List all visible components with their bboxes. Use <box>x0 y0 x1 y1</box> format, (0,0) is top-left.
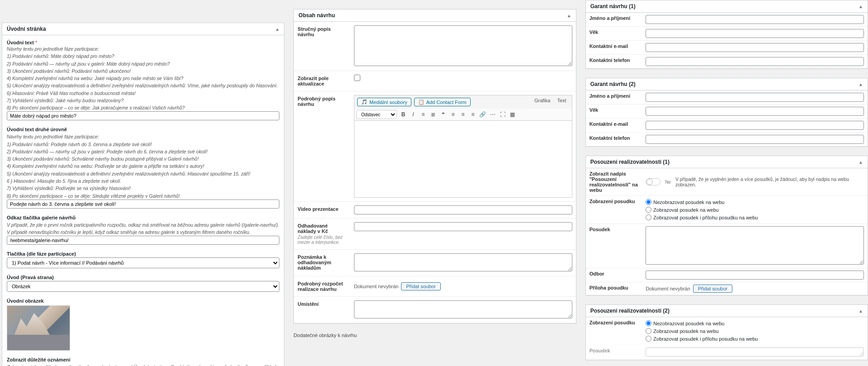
guarantor2-name-input[interactable] <box>646 93 864 102</box>
add-file-button[interactable]: Přidat soubor <box>693 285 732 293</box>
field-label: Kontaktní telefon <box>586 133 642 146</box>
field-label: Posudek <box>586 224 642 268</box>
field-label: Úvod (Pravá strana) <box>7 275 279 280</box>
panel-toggle[interactable]: ▲ <box>859 160 863 165</box>
intro-text2-input[interactable] <box>7 200 279 209</box>
panel-title: Posouzení realizovatelnosti (1) <box>590 159 670 165</box>
add-contact-form-button[interactable]: 📋Add Contact Form <box>414 98 471 106</box>
align-center-icon[interactable]: ≡ <box>459 111 467 118</box>
hint-line: 5) Ukončení analýzy realizovatelnosti a … <box>7 170 279 177</box>
field-label: Zobrazení posudku <box>586 196 642 223</box>
posudek1-textarea[interactable] <box>646 226 864 265</box>
field-label: Kontaktní e-mail <box>586 119 642 132</box>
add-file-button[interactable]: Přidat soubor <box>401 282 440 290</box>
more-icon[interactable]: ⋯ <box>489 111 496 118</box>
show-heading-switch[interactable] <box>646 178 660 185</box>
field-label: Jméno a příjmení <box>586 13 642 26</box>
short-desc-textarea[interactable] <box>354 25 572 66</box>
hint: V případě, že jde o první ročník partici… <box>7 221 279 236</box>
posudek-radio-hide[interactable] <box>646 199 651 205</box>
video-input[interactable] <box>354 205 572 214</box>
field-label: Věk <box>586 27 642 40</box>
bold-icon[interactable]: B <box>400 111 407 118</box>
hint-lead: Návrhy textu pro jednotlivé fáze partici… <box>7 133 279 140</box>
field-label: Tlačítka (dle fáze participace) <box>7 251 279 257</box>
field-label: Příloha posudku <box>586 282 642 295</box>
rich-editor[interactable] <box>354 121 572 198</box>
posudek2-radio-hide[interactable] <box>646 320 651 326</box>
list-ul-icon[interactable]: ≡ <box>420 111 427 118</box>
posudek-radio-show-attach[interactable] <box>646 214 651 220</box>
fullscreen-icon[interactable]: ⛶ <box>499 111 506 118</box>
panel-title: Posouzení realizovatelnosti (2) <box>590 308 670 314</box>
field-label: Odhadované náklady v Kč Zadejte celé čís… <box>294 219 350 249</box>
hint-line: 6) Hlasování: Právě Váš hlas rozhodne o … <box>7 90 279 97</box>
cost-input[interactable] <box>354 222 572 231</box>
intro-image-thumbnail[interactable] <box>7 305 70 351</box>
format-select[interactable]: Odstavec <box>356 110 397 119</box>
buttons-select[interactable]: 1) Podat návrh - Více informací // Podáv… <box>7 257 279 268</box>
hint-line: 5) Ukončení analýzy realizovatelnosti a … <box>7 82 279 89</box>
toolbar-toggle-icon[interactable]: ▦ <box>509 111 516 118</box>
posudek-radio-show[interactable] <box>646 207 651 213</box>
guarantor2-email-input[interactable] <box>646 121 864 130</box>
location-textarea[interactable] <box>354 300 572 318</box>
hint-lead: Návrhy textu pro jednotlivé fáze partici… <box>7 45 279 52</box>
guarantor2-phone-input[interactable] <box>646 135 864 144</box>
panel-toggle[interactable]: ▲ <box>275 27 279 32</box>
media-icon: 🎵 <box>361 99 368 105</box>
no-file-text: Dokument nevybrán <box>354 284 398 289</box>
field-label: Odbor <box>586 268 642 282</box>
tab-visual[interactable]: Grafika <box>532 97 553 104</box>
link-icon[interactable]: 🔗 <box>479 111 486 118</box>
quote-icon[interactable]: ❝ <box>439 111 447 118</box>
gallery-link-input[interactable] <box>7 236 279 245</box>
form-icon: 📋 <box>418 99 425 105</box>
odbor-input[interactable] <box>646 271 864 280</box>
hint-line: 3) Ukončení podávání návrhů: Schválené n… <box>7 155 279 162</box>
field-label: Podrobný popis návrhu <box>294 91 350 201</box>
panel-toggle[interactable]: ▲ <box>567 13 571 18</box>
switch-state: Ne <box>665 180 671 185</box>
hint-line: 3) Ukončení podávání návrhů: Podávání ná… <box>7 67 279 75</box>
panel-toggle[interactable]: ▲ <box>859 309 863 314</box>
hint-line: 1) Podávání návrhů: Podejte návrh do 3. … <box>7 141 279 148</box>
panel-title: Úvodní stránka <box>7 26 46 32</box>
no-file-text: Dokument nevybrán <box>646 286 690 291</box>
hint-line: 7) Vyhlášení výsledků: Podívejte se na v… <box>7 185 279 192</box>
field-label: Zobrazení posudku <box>586 317 642 345</box>
hint-line: 6 ) Hlasování: Hlasujte do 5. října a zl… <box>7 177 279 185</box>
italic-icon[interactable]: I <box>410 111 417 118</box>
field-label: Úvodní text <box>7 40 34 45</box>
guarantor1-email-input[interactable] <box>646 43 864 52</box>
panel-title: Obsah návrhu <box>298 12 335 19</box>
intro-text-input[interactable] <box>7 111 279 120</box>
guarantor1-phone-input[interactable] <box>646 57 864 66</box>
cost-note-textarea[interactable] <box>354 253 572 271</box>
posudek2-textarea[interactable] <box>646 347 864 356</box>
field-label: Podrobný rozpočet realizace návrhu <box>294 276 350 296</box>
guarantor1-age-input[interactable] <box>646 29 864 38</box>
add-media-button[interactable]: 🎵Mediální soubory <box>357 98 411 106</box>
hint-line: 7) Vyhlášení výsledků: Jaké návrhy budou… <box>7 97 279 104</box>
field-label: Video prezentace <box>294 202 350 218</box>
panel-title: Garant návrhu (2) <box>590 81 636 87</box>
panel-toggle[interactable]: ▲ <box>859 82 863 87</box>
guarantor2-age-input[interactable] <box>646 107 864 116</box>
guarantor1-name-input[interactable] <box>646 15 864 24</box>
hint: Zobrazí se jako světle červený pruh s če… <box>7 363 279 366</box>
hint-line: 2) Podávání návrhů — návrhy už jsou v ga… <box>7 148 279 155</box>
intro-right-select[interactable]: Obrázek <box>7 281 279 292</box>
list-ol-icon[interactable]: ≣ <box>429 111 437 118</box>
show-update-checkbox[interactable] <box>354 75 360 81</box>
field-label: Kontaktní e-mail <box>586 41 642 54</box>
hint-line: 4) Kompletní zveřejnění návrhů na webu: … <box>7 75 279 82</box>
posudek2-radio-show[interactable] <box>646 328 651 334</box>
tab-text[interactable]: Text <box>554 97 569 104</box>
posudek2-radio-show-attach[interactable] <box>646 336 651 342</box>
panel-toggle[interactable]: ▲ <box>859 4 863 9</box>
align-right-icon[interactable]: ≡ <box>469 111 476 118</box>
align-left-icon[interactable]: ≡ <box>449 111 457 118</box>
field-label: Kontaktní telefon <box>586 55 642 68</box>
field-label: Zobrazit nadpis "Posouzení realizovateln… <box>586 168 642 195</box>
